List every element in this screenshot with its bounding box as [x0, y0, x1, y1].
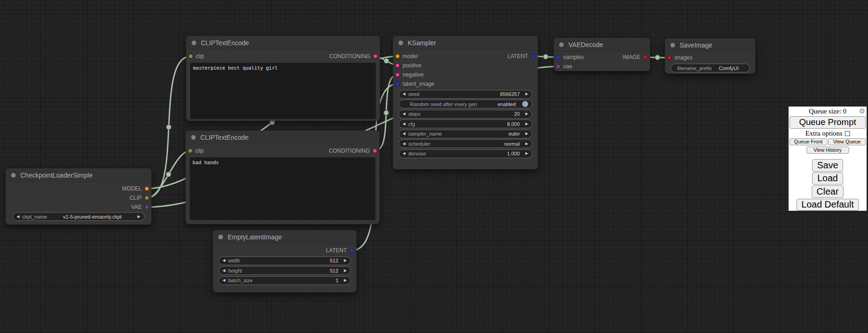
right-arrow-icon[interactable]: ▶: [525, 152, 528, 155]
node-title-bar[interactable]: CheckpointLoaderSimple: [6, 168, 151, 182]
widget-value[interactable]: 512: [243, 258, 341, 263]
node-title-bar[interactable]: CLIPTextEncode: [186, 36, 380, 50]
filename-prefix-widget[interactable]: filename_prefix ComfyUI: [670, 64, 750, 72]
node-clip-text-encode-positive: CLIPTextEncode clip CONDITIONING masterp…: [186, 36, 380, 121]
clip-input-port[interactable]: [188, 54, 193, 59]
widget-value[interactable]: 20: [423, 111, 522, 117]
node-title-bar[interactable]: VAEDecode: [554, 38, 650, 52]
settings-gear-icon[interactable]: ⚙: [859, 107, 865, 115]
load-default-button[interactable]: Load Default: [796, 199, 859, 211]
queue-size-label: Queue size: 0: [809, 107, 847, 115]
node-collapse-dot-icon[interactable]: [398, 41, 403, 45]
steps-widget[interactable]: ◀ steps 20 ▶: [398, 110, 532, 119]
left-arrow-icon[interactable]: ◀: [403, 152, 405, 155]
latent-image-input-port[interactable]: [395, 82, 400, 86]
clip-input-port[interactable]: [188, 149, 193, 153]
sampler-name-widget[interactable]: ◀ sampler_name euler ▶: [398, 130, 532, 138]
right-arrow-icon[interactable]: ▶: [525, 122, 528, 126]
output-label: CONDITIONING: [329, 53, 370, 59]
queue-front-button[interactable]: Queue Front: [790, 138, 827, 145]
seed-widget[interactable]: ◀ seed 8566257 ▶: [398, 90, 532, 99]
node-title-bar[interactable]: KSampler: [393, 36, 538, 50]
right-arrow-icon[interactable]: ▶: [344, 259, 347, 262]
node-title-bar[interactable]: CLIPTextEncode: [186, 131, 380, 144]
positive-prompt-textarea[interactable]: masterpiece best quality girl: [190, 63, 376, 119]
right-arrow-icon[interactable]: ▶: [344, 269, 347, 273]
right-arrow-icon[interactable]: ▶: [525, 92, 528, 96]
node-save-image: SaveImage images filename_prefix ComfyUI: [665, 38, 755, 74]
widget-label: steps: [408, 111, 420, 117]
right-arrow-icon[interactable]: ▶: [525, 112, 528, 116]
comfyui-canvas[interactable]: { "icons": { "left_arrow": "◀", "right_a…: [0, 0, 868, 333]
right-arrow-icon[interactable]: ▶: [525, 142, 528, 146]
widget-value[interactable]: 1: [255, 278, 341, 283]
left-arrow-icon[interactable]: ◀: [403, 132, 405, 136]
node-collapse-dot-icon[interactable]: [670, 43, 675, 48]
widget-value[interactable]: 1.000: [429, 151, 523, 156]
node-collapse-dot-icon[interactable]: [192, 41, 196, 45]
conditioning-output-port[interactable]: [373, 54, 378, 59]
right-arrow-icon[interactable]: ▶: [138, 215, 140, 219]
left-arrow-icon[interactable]: ◀: [17, 215, 19, 219]
widget-value[interactable]: ComfyUI: [715, 65, 743, 71]
denoise-widget[interactable]: ◀ denoise 1.000 ▶: [398, 149, 532, 158]
vae-input-port[interactable]: [556, 64, 561, 69]
port-row: clip CONDITIONING: [186, 146, 380, 155]
widget-value[interactable]: v1-5-pruned-emaonly.ckpt: [50, 214, 135, 220]
clip-output-port[interactable]: [145, 196, 149, 200]
left-arrow-icon[interactable]: ◀: [403, 122, 405, 126]
vae-output-port[interactable]: [145, 205, 149, 209]
port-row: VAE: [6, 202, 151, 212]
widget-label: height: [228, 268, 242, 274]
extra-options-checkbox[interactable]: [845, 131, 850, 136]
model-input-port[interactable]: [395, 54, 400, 59]
image-output-port[interactable]: [643, 55, 648, 59]
output-label: LATENT: [326, 247, 347, 254]
batch-size-widget[interactable]: ◀ batch_size 1 ▶: [218, 276, 351, 285]
node-collapse-dot-icon[interactable]: [218, 235, 223, 239]
left-arrow-icon[interactable]: ◀: [223, 259, 225, 262]
negative-input-port[interactable]: [395, 72, 400, 77]
negative-prompt-textarea[interactable]: bad hands: [190, 157, 375, 220]
left-arrow-icon[interactable]: ◀: [223, 279, 225, 282]
save-button[interactable]: Save: [812, 159, 844, 171]
images-input-port[interactable]: [667, 55, 672, 60]
samples-input-port[interactable]: [556, 55, 561, 59]
scheduler-widget[interactable]: ◀ scheduler normal ▶: [398, 139, 532, 148]
node-empty-latent-image: EmptyLatentImage LATENT ◀ width 512 ▶ ◀ …: [213, 230, 356, 292]
left-arrow-icon[interactable]: ◀: [403, 112, 405, 116]
node-title-bar[interactable]: EmptyLatentImage: [213, 230, 356, 244]
positive-input-port[interactable]: [395, 63, 400, 68]
output-label: IMAGE: [622, 54, 640, 60]
load-button[interactable]: Load: [812, 172, 843, 184]
left-arrow-icon[interactable]: ◀: [223, 269, 225, 273]
clear-button[interactable]: Clear: [812, 185, 844, 197]
widget-value[interactable]: 8.000: [418, 121, 523, 127]
view-history-button[interactable]: View History: [807, 147, 849, 154]
node-title-bar[interactable]: SaveImage: [665, 38, 755, 52]
model-output-port[interactable]: [145, 186, 149, 191]
width-widget[interactable]: ◀ width 512 ▶: [218, 256, 351, 265]
widget-value[interactable]: 8566257: [422, 91, 523, 97]
node-collapse-dot-icon[interactable]: [11, 173, 16, 178]
conditioning-output-port[interactable]: [373, 149, 377, 153]
node-collapse-dot-icon[interactable]: [559, 42, 564, 47]
right-arrow-icon[interactable]: ▶: [344, 279, 347, 282]
right-arrow-icon[interactable]: ▶: [525, 132, 528, 136]
left-arrow-icon[interactable]: ◀: [403, 92, 405, 96]
height-widget[interactable]: ◀ height 512 ▶: [218, 266, 351, 275]
ckpt-name-widget[interactable]: ◀ ckpt_name v1-5-pruned-emaonly.ckpt ▶: [12, 212, 145, 221]
latent-output-port[interactable]: [531, 54, 536, 59]
widget-value[interactable]: euler: [445, 131, 523, 137]
view-queue-button[interactable]: View Queue: [828, 138, 866, 145]
input-label: negative: [403, 71, 423, 78]
cfg-widget[interactable]: ◀ cfg 8.000 ▶: [398, 119, 532, 128]
left-arrow-icon[interactable]: ◀: [403, 142, 405, 146]
queue-prompt-button[interactable]: Queue Prompt: [790, 116, 866, 129]
widget-value[interactable]: 512: [245, 268, 341, 274]
node-collapse-dot-icon[interactable]: [191, 135, 196, 140]
latent-output-port[interactable]: [350, 248, 354, 253]
random-seed-toggle-widget[interactable]: Random seed after every gen enabled: [398, 100, 532, 108]
widget-value[interactable]: normal: [433, 141, 523, 147]
toggle-circle-icon[interactable]: [522, 101, 528, 107]
